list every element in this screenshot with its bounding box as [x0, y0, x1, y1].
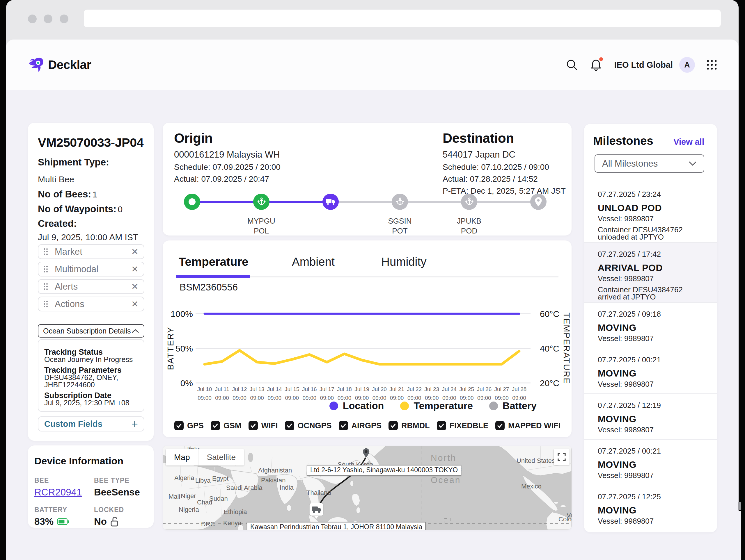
milestone-vessel: Vessel: 9989807 — [598, 471, 711, 479]
bees-value: 1 — [93, 189, 97, 199]
stepper-node-pin — [530, 194, 547, 210]
checkbox-checked-icon[interactable] — [285, 421, 294, 430]
checkbox-checked-icon[interactable] — [495, 421, 505, 430]
ocean-subscription-toggle[interactable]: Ocean Subscription Details — [38, 324, 144, 338]
milestone-vessel: Vessel: 9989807 — [598, 335, 711, 342]
map-card[interactable]: ItalyAlgeriaLibyaEgyptSaudi ArabiaMaliNi… — [163, 446, 572, 530]
close-icon[interactable]: ✕ — [131, 300, 138, 309]
map-label: Afghanistan — [258, 467, 292, 474]
svg-text:Jul 16: Jul 16 — [302, 386, 317, 392]
device-information-card: Device Information BEE RCR20941 BEE TYPE… — [28, 446, 154, 528]
satellite-button[interactable]: Satellite — [198, 449, 244, 465]
device-information-title: Device Information — [34, 455, 147, 467]
plus-icon[interactable]: + — [132, 418, 138, 430]
close-icon[interactable]: ✕ — [131, 247, 138, 256]
tag-row[interactable]: Multimodal ✕ — [38, 262, 144, 277]
milestone-event: MOVING — [598, 505, 711, 515]
drag-handle-icon[interactable] — [44, 266, 48, 273]
stepper-segment — [469, 201, 539, 203]
checkbox-checked-icon[interactable] — [437, 421, 446, 430]
tracker-checkbox-item[interactable]: GSM — [211, 421, 241, 430]
svg-text:100%: 100% — [170, 309, 193, 319]
page-scrollbar-thumb[interactable] — [738, 502, 741, 510]
tag-row[interactable]: Market ✕ — [38, 244, 144, 259]
avatar[interactable]: A — [679, 57, 695, 73]
checkbox-checked-icon[interactable] — [389, 421, 398, 430]
tag-row[interactable]: Alerts ✕ — [38, 279, 144, 294]
tracker-checkbox-item[interactable]: RBMDL — [389, 421, 429, 430]
tracker-checkbox-item[interactable]: GPS — [174, 421, 204, 430]
legend-label: Temperature — [414, 400, 473, 412]
legend-dot — [400, 401, 409, 410]
legend-dot — [489, 401, 498, 410]
svg-text:Jul 18: Jul 18 — [337, 386, 352, 392]
tracker-checkbox-item[interactable]: MAPPED WIFI — [495, 421, 560, 430]
waypoints-label: No of Waypoints: — [38, 204, 117, 214]
map-button[interactable]: Map — [166, 449, 198, 465]
checkbox-checked-icon[interactable] — [174, 421, 184, 430]
notifications-button[interactable] — [589, 58, 603, 72]
milestone-time: 07.27.2025 / 00:21 — [598, 356, 711, 363]
battery-icon — [57, 518, 69, 525]
tag-row[interactable]: Actions ✕ — [38, 296, 144, 311]
stepper-node-jpukb — [461, 194, 477, 210]
checkbox-checked-icon[interactable] — [249, 421, 258, 430]
tab-ambient[interactable]: Ambient — [292, 255, 335, 268]
checkbox-checked-icon[interactable] — [211, 421, 220, 430]
milestone-time: 07.27.2025 / 09:18 — [598, 310, 711, 318]
svg-text:Jul 28: Jul 28 — [512, 386, 527, 392]
traffic-light-3 — [60, 14, 68, 23]
tracker-checkbox-item[interactable]: AIRGPS — [339, 421, 382, 430]
checkbox-checked-icon[interactable] — [339, 421, 348, 430]
map-address-tooltip: Kawasan Perindustrian Tebrau 1, JOHOR 81… — [247, 522, 426, 530]
drag-handle-icon[interactable] — [44, 301, 48, 308]
milestones-filter-dropdown[interactable]: All Milestones — [594, 154, 704, 173]
decklar-logo[interactable]: Decklar — [28, 39, 91, 90]
milestone-entry: 07.27.2025 / 23:24 UNLOAD POD Vessel: 99… — [584, 183, 717, 243]
legend-item[interactable]: Battery — [489, 400, 537, 412]
tab-temperature[interactable]: Temperature — [179, 255, 248, 268]
tracker-checkbox-item[interactable]: FIXEDBLE — [437, 421, 489, 430]
close-icon[interactable]: ✕ — [131, 265, 138, 274]
apps-grid-icon[interactable] — [706, 59, 718, 71]
shipment-id: VM25070033-JP04 — [38, 136, 144, 149]
milestone-vessel: Vessel: 9989807 — [598, 517, 711, 525]
stepper-node-truck — [322, 194, 339, 210]
search-icon[interactable] — [565, 59, 578, 71]
map-label: Ocean — [431, 475, 461, 485]
fullscreen-button[interactable] — [554, 449, 570, 465]
custom-fields-button[interactable]: Custom Fields + — [38, 416, 144, 431]
subscription-item-value: Ocean Journey In Progress — [44, 356, 138, 363]
url-bar[interactable] — [84, 10, 721, 27]
legend-item[interactable]: Temperature — [400, 400, 473, 412]
tag-label: Multimodal — [55, 264, 98, 275]
drag-handle-icon[interactable] — [44, 283, 48, 290]
milestones-list[interactable]: 07.27.2025 / 23:24 UNLOAD POD Vessel: 99… — [584, 183, 717, 530]
tracker-checkbox-item[interactable]: OCNGPS — [285, 421, 332, 430]
svg-text:Jul 27: Jul 27 — [494, 386, 509, 392]
tracker-toggles: GPS GSM — [174, 421, 560, 430]
tracker-checkbox-item[interactable]: WIFI — [249, 421, 278, 430]
map-label: Egypt — [212, 475, 228, 482]
milestone-time: 07.27.2025 / 12:19 — [598, 401, 711, 409]
ocean-subscription-panel: Tracking Status Ocean Journey In Progres… — [38, 339, 144, 412]
battery-value: 83% — [34, 516, 54, 527]
milestone-time: 07.27.2025 / 23:24 — [598, 190, 711, 198]
milestone-time: 07.27.2025 / 00:21 — [598, 447, 711, 455]
close-icon[interactable]: ✕ — [131, 282, 138, 291]
org-name[interactable]: IEO Ltd Global — [614, 60, 673, 70]
stepper-node-label: MYPGUPOL — [232, 216, 290, 236]
stepper-node-label: SGSINPOT — [371, 216, 429, 236]
notification-dot — [599, 57, 603, 61]
milestone-event: MOVING — [598, 414, 711, 424]
svg-text:Jul 17: Jul 17 — [320, 386, 334, 392]
bee-link[interactable]: RCR20941 — [34, 487, 82, 498]
legend-item[interactable]: Location — [329, 400, 384, 412]
drag-handle-icon[interactable] — [44, 248, 48, 255]
stepper-node-origin — [184, 194, 200, 210]
tab-humidity[interactable]: Humidity — [381, 255, 427, 268]
view-all-link[interactable]: View all — [673, 137, 704, 147]
svg-text:TEMPERATURE: TEMPERATURE — [562, 313, 572, 384]
svg-text:09:00: 09:00 — [267, 395, 282, 401]
stepper-node-label: JPUKBPOD — [440, 216, 498, 236]
